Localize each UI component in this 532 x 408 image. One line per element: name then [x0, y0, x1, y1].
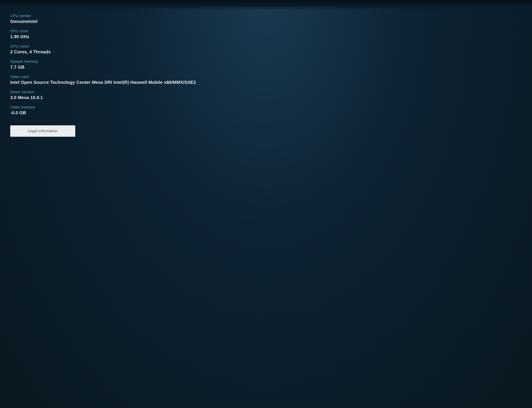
- value-video-memory: -0.0 GB: [10, 110, 522, 115]
- label-video-memory: Video memory: [10, 105, 522, 110]
- label-cpu-vendor: CPU vendor: [10, 14, 522, 18]
- value-video-card: Intel Open Source Technology Center Mesa…: [10, 80, 522, 85]
- value-cpu-vendor: GenuineIntel: [10, 19, 522, 24]
- legal-information-button[interactable]: Legal Information: [10, 125, 75, 137]
- info-item-driver-version: Driver version3.0 Mesa 10.0.1: [10, 90, 522, 100]
- info-item-cpu-clock: CPU clock1.90 GHz: [10, 29, 522, 39]
- label-cpu-clock: CPU clock: [10, 29, 522, 33]
- system-info-content: CPU vendorGenuineIntelCPU clock1.90 GHzC…: [0, 0, 532, 147]
- value-cpu-cores: 2 Cores, 4 Threads: [10, 49, 522, 55]
- label-system-memory: System memory: [10, 59, 522, 64]
- label-driver-version: Driver version: [10, 90, 522, 94]
- label-video-card: Video card: [10, 75, 522, 79]
- value-cpu-clock: 1.90 GHz: [10, 34, 522, 39]
- info-item-video-card: Video cardIntel Open Source Technology C…: [10, 75, 522, 85]
- info-item-cpu-vendor: CPU vendorGenuineIntel: [10, 14, 522, 24]
- info-item-cpu-cores: CPU cores2 Cores, 4 Threads: [10, 44, 522, 55]
- info-item-video-memory: Video memory-0.0 GB: [10, 105, 522, 115]
- label-cpu-cores: CPU cores: [10, 44, 522, 49]
- value-system-memory: 7.7 GB: [10, 65, 522, 70]
- info-item-system-memory: System memory7.7 GB: [10, 59, 522, 70]
- value-driver-version: 3.0 Mesa 10.0.1: [10, 95, 522, 100]
